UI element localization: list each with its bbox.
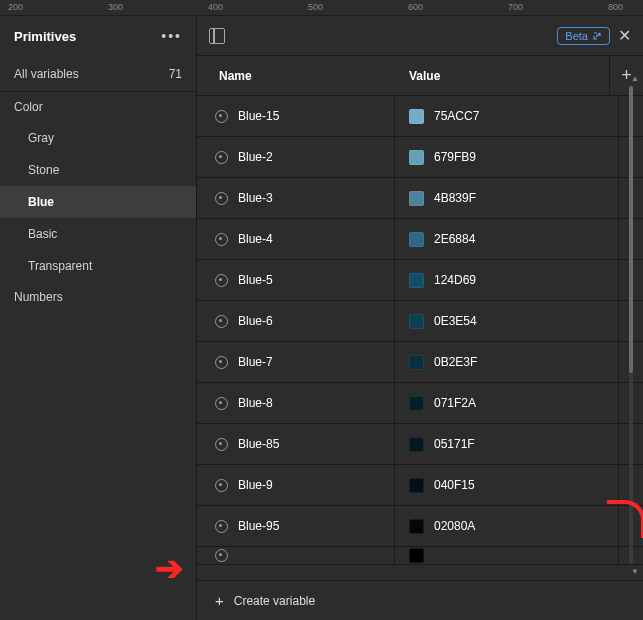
color-variable-icon xyxy=(215,274,228,287)
scroll-up-icon[interactable]: ▲ xyxy=(631,74,639,83)
variable-name-cell[interactable]: Blue-15 xyxy=(197,96,395,136)
color-variable-icon xyxy=(215,192,228,205)
variable-name: Blue-5 xyxy=(238,273,273,287)
table-row[interactable]: Blue-5124D69 xyxy=(197,260,643,301)
variable-name-cell[interactable]: Blue-95 xyxy=(197,506,395,546)
table-row[interactable]: Blue-8071F2A xyxy=(197,383,643,424)
variable-name-cell[interactable]: Blue-8 xyxy=(197,383,395,423)
variable-name: Blue-9 xyxy=(238,478,273,492)
variable-name-cell[interactable] xyxy=(197,547,395,564)
color-swatch xyxy=(409,109,424,124)
all-variables-count: 71 xyxy=(169,67,182,81)
table-row[interactable]: Blue-1575ACC7 xyxy=(197,96,643,137)
sidebar-section-label[interactable]: Numbers xyxy=(0,282,196,312)
scrollbar[interactable] xyxy=(629,86,633,564)
color-variable-icon xyxy=(215,151,228,164)
color-hex: 0B2E3F xyxy=(434,355,477,369)
variable-name-cell[interactable]: Blue-7 xyxy=(197,342,395,382)
variable-value-cell[interactable]: 02080A xyxy=(395,506,619,546)
more-options-icon[interactable]: ••• xyxy=(161,28,182,44)
all-variables-label: All variables xyxy=(14,67,79,81)
table-row[interactable]: Blue-8505171F xyxy=(197,424,643,465)
color-swatch xyxy=(409,548,424,563)
sidebar-section-label[interactable]: Color xyxy=(0,92,196,122)
variable-name: Blue-4 xyxy=(238,232,273,246)
create-variable-button[interactable]: + Create variable xyxy=(197,580,643,620)
sidebar-item-transparent[interactable]: Transparent xyxy=(0,250,196,282)
color-variable-icon xyxy=(215,479,228,492)
plus-icon: + xyxy=(215,592,224,609)
variable-value-cell[interactable]: 75ACC7 xyxy=(395,96,619,136)
variable-value-cell[interactable]: 0E3E54 xyxy=(395,301,619,341)
color-variable-icon xyxy=(215,356,228,369)
variable-value-cell[interactable]: 4B839F xyxy=(395,178,619,218)
color-swatch xyxy=(409,273,424,288)
color-swatch xyxy=(409,314,424,329)
color-swatch xyxy=(409,396,424,411)
variable-value-cell[interactable]: 679FB9 xyxy=(395,137,619,177)
color-swatch xyxy=(409,478,424,493)
variable-value-cell[interactable] xyxy=(395,547,619,564)
table-row[interactable]: Blue-42E6884 xyxy=(197,219,643,260)
color-variable-icon xyxy=(215,315,228,328)
color-hex: 02080A xyxy=(434,519,475,533)
sidebar-item-stone[interactable]: Stone xyxy=(0,154,196,186)
sidebar-item-blue[interactable]: Blue xyxy=(0,186,196,218)
beta-badge[interactable]: Beta xyxy=(557,27,610,45)
variable-name-cell[interactable]: Blue-5 xyxy=(197,260,395,300)
variable-value-cell[interactable]: 040F15 xyxy=(395,465,619,505)
table-row[interactable]: Blue-60E3E54 xyxy=(197,301,643,342)
column-header-name[interactable]: Name xyxy=(197,69,395,83)
panel-layout-icon[interactable] xyxy=(209,28,225,44)
all-variables-row[interactable]: All variables 71 xyxy=(0,56,196,92)
color-variable-icon xyxy=(215,233,228,246)
variable-value-cell[interactable]: 2E6884 xyxy=(395,219,619,259)
variable-name-cell[interactable]: Blue-3 xyxy=(197,178,395,218)
variable-name: Blue-8 xyxy=(238,396,273,410)
variable-name-cell[interactable]: Blue-85 xyxy=(197,424,395,464)
color-hex: 0E3E54 xyxy=(434,314,477,328)
close-icon[interactable]: ✕ xyxy=(618,28,631,44)
variable-name: Blue-15 xyxy=(238,109,279,123)
table-row[interactable]: Blue-9502080A xyxy=(197,506,643,547)
external-link-icon xyxy=(592,31,602,41)
column-header-value[interactable]: Value xyxy=(395,69,609,83)
variable-name-cell[interactable]: Blue-6 xyxy=(197,301,395,341)
color-swatch xyxy=(409,191,424,206)
color-variable-icon xyxy=(215,110,228,123)
color-variable-icon xyxy=(215,549,228,562)
canvas-ruler: 200 300 400 500 600 700 800 xyxy=(0,0,643,16)
variable-value-cell[interactable]: 124D69 xyxy=(395,260,619,300)
table-row[interactable]: Blue-2679FB9 xyxy=(197,137,643,178)
main-panel: Beta ✕ Name Value + ▲ Blue-1575ACC7Blue-… xyxy=(197,16,643,620)
table-row[interactable]: Blue-9040F15 xyxy=(197,465,643,506)
color-hex: 124D69 xyxy=(434,273,476,287)
color-variable-icon xyxy=(215,438,228,451)
color-variable-icon xyxy=(215,397,228,410)
color-swatch xyxy=(409,150,424,165)
scroll-down-icon[interactable]: ▼ xyxy=(631,567,639,576)
sidebar-item-basic[interactable]: Basic xyxy=(0,218,196,250)
scrollbar-thumb[interactable] xyxy=(629,86,633,373)
variable-value-cell[interactable]: 0B2E3F xyxy=(395,342,619,382)
color-hex: 2E6884 xyxy=(434,232,475,246)
table-row[interactable]: Blue-70B2E3F xyxy=(197,342,643,383)
color-hex: 071F2A xyxy=(434,396,476,410)
variable-value-cell[interactable]: 071F2A xyxy=(395,383,619,423)
variable-name-cell[interactable]: Blue-4 xyxy=(197,219,395,259)
sidebar-item-gray[interactable]: Gray xyxy=(0,122,196,154)
create-variable-label: Create variable xyxy=(234,594,315,608)
variable-name: Blue-95 xyxy=(238,519,279,533)
color-hex: 05171F xyxy=(434,437,475,451)
variable-name-cell[interactable]: Blue-2 xyxy=(197,137,395,177)
variable-name-cell[interactable]: Blue-9 xyxy=(197,465,395,505)
variable-name: Blue-3 xyxy=(238,191,273,205)
color-hex: 040F15 xyxy=(434,478,475,492)
table-row[interactable] xyxy=(197,547,643,565)
table-row[interactable]: Blue-34B839F xyxy=(197,178,643,219)
variable-value-cell[interactable]: 05171F xyxy=(395,424,619,464)
panel-title: Primitives xyxy=(14,29,76,44)
variable-name: Blue-6 xyxy=(238,314,273,328)
color-swatch xyxy=(409,519,424,534)
color-hex: 679FB9 xyxy=(434,150,476,164)
